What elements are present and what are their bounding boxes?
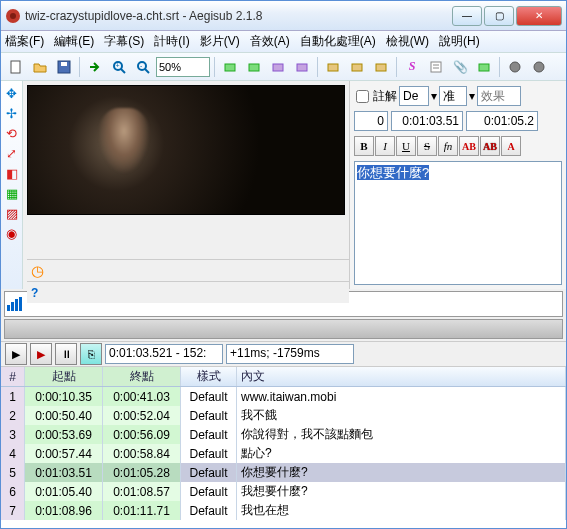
close-button[interactable]: ✕	[516, 6, 562, 26]
cell-style: Default	[181, 444, 237, 463]
snap-scene-icon[interactable]	[346, 56, 368, 78]
table-row[interactable]: 60:01:05.400:01:08.57Default我想要什麼?	[1, 482, 566, 501]
svg-rect-18	[431, 62, 441, 72]
font-button[interactable]: fn	[438, 136, 458, 156]
cell-text: 你想要什麼?	[237, 463, 566, 482]
italic-button[interactable]: I	[375, 136, 395, 156]
rotate-xy-icon[interactable]: ⤢	[4, 145, 20, 161]
color2-button[interactable]: AB	[480, 136, 500, 156]
svg-rect-13	[273, 64, 283, 71]
cell-text: 點心?	[237, 444, 566, 463]
play-line-button[interactable]: ▶	[30, 343, 52, 365]
actor-select[interactable]	[439, 86, 467, 106]
cell-style: Default	[181, 425, 237, 444]
zoom-in-icon[interactable]: +	[108, 56, 130, 78]
style-select[interactable]	[399, 86, 429, 106]
menu-audio[interactable]: 音效(A)	[250, 33, 290, 50]
table-row[interactable]: 20:00:50.400:00:52.04Default我不餓	[1, 406, 566, 425]
shift-selection-icon[interactable]	[370, 56, 392, 78]
video-jump-end-icon[interactable]	[243, 56, 265, 78]
styles-icon[interactable]: S	[401, 56, 423, 78]
vector-clip-icon[interactable]: ▨	[4, 205, 20, 221]
cell-end: 0:01:05.28	[103, 463, 181, 482]
margin-l-field[interactable]	[354, 111, 388, 131]
video-display[interactable]	[27, 85, 345, 215]
underline-button[interactable]: U	[396, 136, 416, 156]
maximize-button[interactable]: ▢	[484, 6, 514, 26]
video-position-field[interactable]: 0:01:03.521 - 152:	[105, 344, 223, 364]
cell-start: 0:01:03.51	[25, 463, 103, 482]
clip-icon[interactable]: ▦	[4, 185, 20, 201]
menu-edit[interactable]: 編輯(E)	[54, 33, 94, 50]
cell-n: 7	[1, 501, 25, 520]
menu-subs[interactable]: 字幕(S)	[104, 33, 144, 50]
table-row[interactable]: 30:00:53.690:00:56.09Default你說得對，我不該點麵包	[1, 425, 566, 444]
menu-timing[interactable]: 計時(I)	[154, 33, 189, 50]
col-num[interactable]: #	[1, 367, 25, 386]
snap-end-icon[interactable]	[291, 56, 313, 78]
comment-checkbox[interactable]	[356, 90, 369, 103]
realtime-icon[interactable]: ◉	[4, 225, 20, 241]
drag-tool-icon[interactable]: ✥	[4, 85, 20, 101]
subs-offset-field[interactable]: +11ms; -1759ms	[226, 344, 354, 364]
cell-start: 0:00:57.44	[25, 444, 103, 463]
menu-file[interactable]: 檔案(F)	[5, 33, 44, 50]
table-row[interactable]: 10:00:10.350:00:41.03Defaultwww.itaiwan.…	[1, 387, 566, 406]
audio-seek-slider[interactable]	[4, 319, 563, 339]
snap-start-icon[interactable]	[267, 56, 289, 78]
rotate-z-icon[interactable]: ⟲	[4, 125, 20, 141]
assistant-icon[interactable]	[528, 56, 550, 78]
cell-n: 4	[1, 444, 25, 463]
move-tool-icon[interactable]: ✢	[4, 105, 20, 121]
svg-rect-12	[249, 64, 259, 71]
properties-icon[interactable]	[425, 56, 447, 78]
cell-start: 0:00:50.40	[25, 406, 103, 425]
table-row[interactable]: 40:00:57.440:00:58.84Default點心?	[1, 444, 566, 463]
fonts-icon[interactable]	[473, 56, 495, 78]
menu-video[interactable]: 影片(V)	[200, 33, 240, 50]
start-time-field[interactable]	[391, 111, 463, 131]
video-side-toolbar: ✥ ✢ ⟲ ⤢ ◧ ▦ ▨ ◉	[1, 81, 23, 289]
open-file-icon[interactable]	[29, 56, 51, 78]
bold-button[interactable]: B	[354, 136, 374, 156]
save-file-icon[interactable]	[53, 56, 75, 78]
help-icon[interactable]: ?	[31, 286, 38, 300]
col-style[interactable]: 樣式	[181, 367, 237, 386]
color1-button[interactable]: AB	[459, 136, 479, 156]
col-start[interactable]: 起點	[25, 367, 103, 386]
jump-icon[interactable]	[84, 56, 106, 78]
select-visible-icon[interactable]	[322, 56, 344, 78]
style-dropdown-icon[interactable]: ▾	[431, 89, 437, 103]
comment-label: 註解	[373, 88, 397, 105]
minimize-button[interactable]: —	[452, 6, 482, 26]
zoom-select[interactable]	[156, 57, 210, 77]
automation-toolbar-icon[interactable]	[504, 56, 526, 78]
table-row[interactable]: 70:01:08.960:01:11.71Default我也在想	[1, 501, 566, 520]
menu-help[interactable]: 說明(H)	[439, 33, 480, 50]
menu-automation[interactable]: 自動化處理(A)	[300, 33, 376, 50]
svg-line-9	[145, 69, 149, 73]
color3-button[interactable]: A	[501, 136, 521, 156]
scale-icon[interactable]: ◧	[4, 165, 20, 181]
actor-dropdown-icon[interactable]: ▾	[469, 89, 475, 103]
subtitle-edit-textarea[interactable]: 你想要什麼?	[354, 161, 562, 285]
zoom-out-icon[interactable]: -	[132, 56, 154, 78]
cell-start: 0:01:08.96	[25, 501, 103, 520]
video-jump-start-icon[interactable]	[219, 56, 241, 78]
svg-rect-14	[297, 64, 307, 71]
pause-button[interactable]: ⏸	[55, 343, 77, 365]
table-row[interactable]: 50:01:03.510:01:05.28Default你想要什麼?	[1, 463, 566, 482]
subtitle-grid: # 起點 終點 樣式 內文 10:00:10.350:00:41.03Defau…	[1, 367, 566, 527]
menu-view[interactable]: 檢視(W)	[386, 33, 429, 50]
main-toolbar: + - S 📎	[1, 53, 566, 81]
toggle-autoscroll-button[interactable]: ⎘	[80, 343, 102, 365]
edit-panel: 註解 ▾ ▾ B I U S fn AB AB A 你想要什麼?	[349, 81, 566, 289]
effect-field[interactable]	[477, 86, 521, 106]
col-text[interactable]: 內文	[237, 367, 566, 386]
play-button[interactable]: ▶	[5, 343, 27, 365]
attachments-icon[interactable]: 📎	[449, 56, 471, 78]
col-end[interactable]: 終點	[103, 367, 181, 386]
end-time-field[interactable]	[466, 111, 538, 131]
new-file-icon[interactable]	[5, 56, 27, 78]
strike-button[interactable]: S	[417, 136, 437, 156]
